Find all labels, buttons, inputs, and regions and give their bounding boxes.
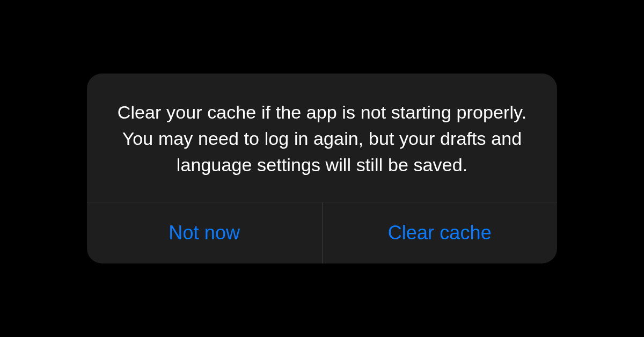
clear-cache-button-label: Clear cache [388, 222, 492, 244]
alert-message-text: Clear your cache if the app is not start… [117, 99, 527, 179]
not-now-button-label: Not now [169, 222, 240, 244]
alert-message-container: Clear your cache if the app is not start… [87, 74, 557, 202]
not-now-button[interactable]: Not now [87, 202, 323, 263]
clear-cache-button[interactable]: Clear cache [323, 202, 558, 263]
alert-buttons-row: Not now Clear cache [87, 202, 557, 263]
alert-dialog: Clear your cache if the app is not start… [87, 74, 557, 264]
